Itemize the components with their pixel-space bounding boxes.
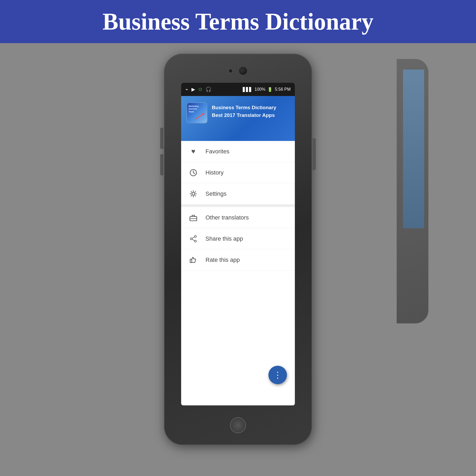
volume-down-button[interactable] — [160, 128, 163, 149]
headphone-icon: 🎧 — [205, 86, 211, 92]
rate-label: Rate this app — [205, 257, 240, 263]
app-icon: MarketingSuccessTeam — [186, 102, 208, 123]
phone-device: ⌁ ▶ ⊙ 🎧 ▋▋▋ 100% 🔋 5:56 PM Marke — [164, 54, 312, 445]
heart-icon: ♥ — [189, 147, 198, 156]
menu-item-rate[interactable]: Rate this app — [181, 249, 295, 271]
svg-point-5 — [192, 193, 195, 195]
background-area: ⌁ ▶ ⊙ 🎧 ▋▋▋ 100% 🔋 5:56 PM Marke — [0, 43, 476, 476]
page-title: Business Terms Dictionary — [102, 8, 373, 35]
app-title-line2: Best 2017 Translator Apps — [212, 112, 276, 119]
play-icon: ▶ — [191, 86, 195, 92]
svg-line-11 — [192, 237, 194, 238]
status-bar: ⌁ ▶ ⊙ 🎧 ▋▋▋ 100% 🔋 5:56 PM — [181, 83, 295, 96]
app-icon-inner: MarketingSuccessTeam — [187, 103, 207, 123]
briefcase-icon — [189, 213, 198, 222]
battery-percent: 100% — [254, 87, 265, 92]
svg-line-4 — [193, 173, 195, 174]
clock: 5:56 PM — [275, 87, 291, 92]
fab-icon: ⋮ — [273, 370, 282, 380]
menu-item-other-translators[interactable]: Other translators — [181, 207, 295, 228]
favorites-label: Favorites — [205, 148, 229, 155]
phone-top — [164, 54, 312, 83]
app-title-block: Business Terms Dictionary Best 2017 Tran… — [212, 102, 276, 118]
settings-label: Settings — [205, 190, 227, 197]
fab-button[interactable]: ⋮ — [268, 366, 287, 384]
gear-icon — [189, 189, 198, 199]
status-icons-left: ⌁ ▶ ⊙ 🎧 — [185, 86, 211, 92]
other-translators-label: Other translators — [205, 214, 249, 221]
clock-icon — [189, 168, 198, 177]
svg-line-12 — [192, 239, 194, 240]
volume-up-button[interactable] — [160, 154, 163, 175]
menu-item-settings[interactable]: Settings — [181, 183, 295, 204]
battery-icon: 🔋 — [267, 87, 273, 92]
menu-section-1: ♥ Favorites History — [181, 141, 295, 271]
menu-item-favorites[interactable]: ♥ Favorites — [181, 141, 295, 162]
app-title-line1: Business Terms Dictionary — [212, 104, 276, 111]
power-button[interactable] — [313, 138, 316, 170]
home-button[interactable] — [230, 417, 246, 433]
menu-item-share[interactable]: Share this app — [181, 228, 295, 249]
status-icons-right: ▋▋▋ 100% 🔋 5:56 PM — [243, 87, 291, 92]
phone-bottom — [230, 405, 246, 445]
background-phone-screen — [403, 70, 424, 228]
usb-icon: ⌁ — [185, 86, 188, 92]
record-icon: ⊙ — [198, 86, 202, 92]
svg-point-9 — [195, 240, 196, 242]
menu-item-history[interactable]: History — [181, 162, 295, 183]
svg-point-10 — [190, 238, 192, 240]
signal-icon: ▋▋▋ — [243, 87, 252, 92]
phone-screen: ⌁ ▶ ⊙ 🎧 ▋▋▋ 100% 🔋 5:56 PM Marke — [181, 83, 295, 405]
app-header: MarketingSuccessTeam Business Terms Dict… — [181, 96, 295, 141]
svg-point-8 — [195, 235, 196, 237]
speaker-dot — [228, 68, 233, 73]
history-label: History — [205, 169, 223, 176]
section-divider — [181, 204, 295, 207]
svg-rect-13 — [190, 259, 192, 263]
top-banner: Business Terms Dictionary — [0, 0, 476, 43]
svg-point-1 — [202, 113, 204, 115]
front-camera — [238, 66, 248, 76]
share-label: Share this app — [205, 235, 243, 242]
thumb-icon — [189, 255, 198, 265]
share-icon — [189, 234, 198, 244]
svg-line-0 — [195, 114, 203, 119]
